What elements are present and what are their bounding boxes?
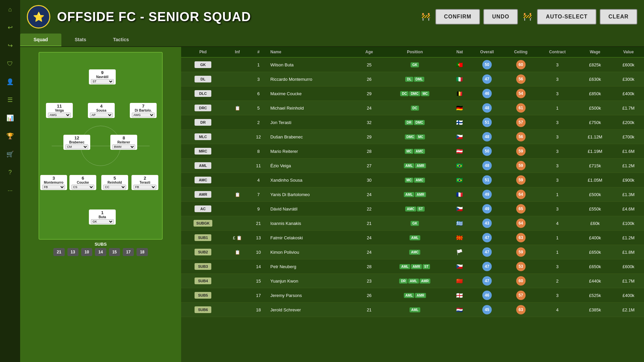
sub-13[interactable]: 13 (67, 248, 78, 256)
sidebar-person-icon[interactable]: 👤 (4, 76, 16, 88)
table-row[interactable]: MLC12Dušan Brabenec29DMCMC🇨🇿48563£1.12M£… (181, 130, 644, 144)
pkd-button[interactable]: SUB2 (195, 249, 211, 255)
cell-age: 28 (358, 259, 380, 274)
sidebar-question-icon[interactable]: ? (4, 166, 16, 178)
pkd-button[interactable]: SUB5 (195, 292, 211, 299)
pkd-button[interactable]: GK (195, 61, 211, 68)
pkd-button[interactable]: AMC (195, 177, 211, 183)
player-role-select[interactable]: CS (71, 185, 94, 189)
tab-stats[interactable]: Stats (61, 34, 100, 46)
tab-squad[interactable]: Squad (20, 34, 61, 46)
table-row[interactable]: SUB618Jerold Schrever21AML🇳🇱45634£385k£2… (181, 303, 644, 317)
undo-button[interactable]: UNDO (483, 9, 518, 24)
cell-age: 22 (358, 202, 380, 216)
overall-badge: 48 (482, 132, 492, 141)
sidebar-undo-icon[interactable]: ↩ (4, 21, 16, 34)
player-role-select[interactable]: AWG (48, 113, 71, 117)
sub-17[interactable]: 17 (123, 248, 134, 256)
table-row[interactable]: DLC6Maxime Coucke29DCDMCMC🇧🇪46543£850k£4… (181, 86, 644, 101)
sub-10[interactable]: 10 (81, 248, 92, 256)
pkd-button[interactable]: DR (195, 119, 211, 126)
sub-18[interactable]: 18 (137, 248, 148, 256)
pkd-button[interactable]: SUB4 (195, 278, 211, 284)
table-row[interactable]: DL3Riccardo Montemurro26DLDML🇮🇹47563£630… (181, 72, 644, 86)
cell-nationality: 🇮🇹 (449, 72, 470, 86)
sidebar-shield-icon[interactable]: 🛡 (4, 58, 16, 70)
cell-contract: 1 (538, 187, 577, 202)
player-role-select[interactable]: FB (42, 185, 65, 189)
table-row[interactable]: DR2Jon Terasti32DRDMC🇫🇮51573£750k£200k (181, 115, 644, 130)
cell-contract: 1 (538, 245, 577, 259)
confirm-button[interactable]: CONFIRM (435, 9, 480, 24)
position-tag: AML (404, 192, 415, 197)
pkd-button[interactable]: MRC (195, 148, 211, 155)
sidebar-chart-icon[interactable]: 📊 (4, 112, 16, 124)
table-row[interactable]: SUB314Petr Neuberg28AMLAMRST🇨🇿47533£650k… (181, 259, 644, 274)
pkd-button[interactable]: DL (195, 76, 211, 82)
player-list-panel[interactable]: Pkd Inf # Name Age Position Nat Overall … (181, 47, 644, 362)
cell-nationality: 🇳🇱 (449, 303, 470, 317)
pkd-button[interactable]: DLC (195, 90, 211, 97)
cell-ceiling: 59 (504, 245, 538, 259)
cell-contract: 3 (538, 259, 577, 274)
table-row[interactable]: AMC4Xandinho Sousa30MCAMC🇧🇷51593£1.05M£9… (181, 173, 644, 187)
player-role-select[interactable]: AWG (132, 113, 155, 117)
table-row[interactable]: SUBGK21Ioannis Kanakis21GK🇬🇷43644£60k£10… (181, 216, 644, 231)
sidebar-home-icon[interactable]: ⌂ (4, 3, 16, 15)
cell-age: 24 (358, 187, 380, 202)
player-role-select[interactable]: ST (91, 79, 114, 84)
pkd-button[interactable]: MLC (195, 133, 211, 140)
cell-wage: £825k (577, 57, 613, 72)
pkd-button[interactable]: SUBGK (194, 220, 212, 227)
cell-num: 6 (250, 86, 267, 101)
clear-button[interactable]: CLEAR (600, 9, 637, 24)
table-row[interactable]: SUB517Jeremy Parsons26AMLAMR🏴󠁧󠁢󠁥󠁮󠁧󠁿46573… (181, 288, 644, 303)
position-tag: AMR (415, 293, 426, 298)
auto-select-button[interactable]: AUTO-SELECT (537, 9, 596, 24)
cell-inf (225, 303, 250, 317)
cell-value: £1.8M (613, 245, 644, 259)
table-row[interactable]: AC9Dávid Navrátil22AMCST🇨🇿49653£550k£4.6… (181, 202, 644, 216)
sidebar-cart-icon[interactable]: 🛒 (4, 148, 16, 160)
table-row[interactable]: DRC📋5Michael Reinhold24DC🇩🇪48611£500k£1.… (181, 101, 644, 115)
player-role-select[interactable]: CM (65, 144, 88, 149)
sidebar-list-icon[interactable]: ☰ (4, 94, 16, 106)
pkd-button[interactable]: SUB3 (195, 263, 211, 270)
pkd-button[interactable]: AML (195, 162, 211, 169)
table-row[interactable]: SUB1£ 📋13Fatmir Celakoski24AML🇲🇰47631£40… (181, 231, 644, 245)
tab-tactics[interactable]: Tactics (100, 34, 142, 46)
pkd-button[interactable]: SUB1 (195, 234, 211, 241)
cell-num: 17 (250, 288, 267, 303)
cell-inf (225, 144, 250, 159)
player-role-select[interactable]: GK (91, 219, 114, 224)
table-row[interactable]: GK1Wilson Buta25GK🇵🇹50603£825k£600k (181, 57, 644, 72)
table-row[interactable]: MRC8Mario Reiterer28MCAMC🇦🇹50593£1.19M£1… (181, 144, 644, 159)
sub-15[interactable]: 15 (109, 248, 120, 256)
pitch-player-veiga: 11 Veiga AWG (46, 103, 73, 118)
player-role-select[interactable]: FB (133, 185, 156, 189)
sub-21[interactable]: 21 (53, 248, 64, 256)
table-row[interactable]: AML11Ézio Veiga27AMLAMR🇧🇷48593£715k£1.2M (181, 159, 644, 173)
cell-name: Xandinho Sousa (267, 173, 358, 187)
cell-value: £600k (613, 259, 644, 274)
ceiling-badge: 64 (516, 190, 526, 199)
sidebar-dots-icon[interactable]: ··· (4, 184, 16, 196)
player-role-select[interactable]: CC (103, 185, 126, 189)
pkd-button[interactable]: SUB6 (195, 306, 211, 313)
col-ceiling: Ceiling (504, 47, 538, 57)
table-row[interactable]: SUB415Yuanjun Kwon23DRAMLAMR🇨🇳47602£440k… (181, 274, 644, 288)
table-row[interactable]: SUB2📋10Kimon Poliviou24AMC🏳️47591£650k£1… (181, 245, 644, 259)
cell-position: DMCMC (380, 130, 449, 144)
pkd-button[interactable]: AC (195, 205, 211, 212)
cell-num: 13 (250, 231, 267, 245)
player-role-select[interactable]: AP (90, 113, 113, 117)
sub-14[interactable]: 14 (95, 248, 106, 256)
cell-position: DLDML (380, 72, 449, 86)
player-role-select[interactable]: BWM (112, 144, 135, 149)
sidebar-redo-icon[interactable]: ↪ (4, 40, 16, 52)
cell-nationality: 🇵🇹 (449, 57, 470, 72)
pkd-button[interactable]: AMR (195, 191, 211, 198)
sidebar-trophy-icon[interactable]: 🏆 (4, 130, 16, 142)
table-row[interactable]: AMR📋7Yanis Di Bartolomeo24AMLAMR🇫🇷49641£… (181, 187, 644, 202)
pkd-button[interactable]: DRC (195, 105, 211, 111)
